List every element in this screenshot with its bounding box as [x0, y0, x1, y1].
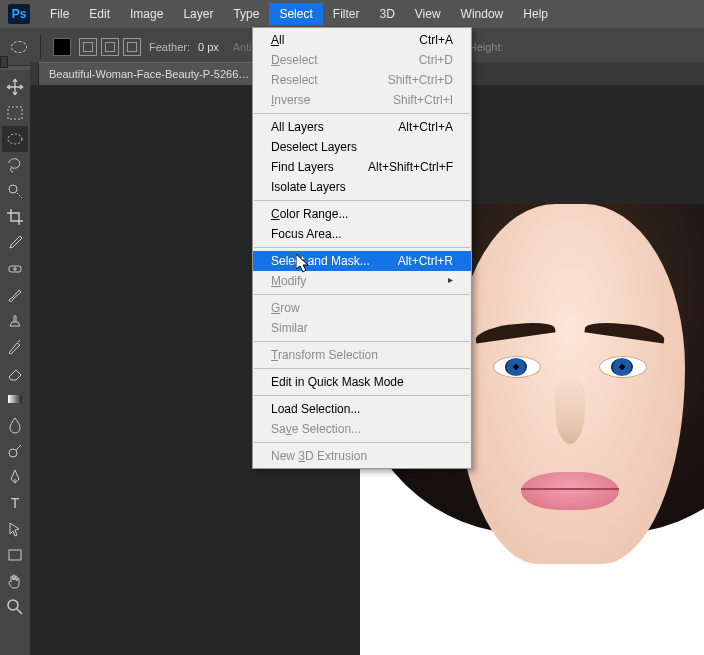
- svg-point-5: [9, 449, 17, 457]
- menu-separator: [254, 294, 470, 295]
- menu-type[interactable]: Type: [223, 3, 269, 25]
- hand-tool[interactable]: [2, 568, 28, 594]
- feather-value[interactable]: 0 px: [198, 41, 219, 53]
- document-tab[interactable]: Beautiful-Woman-Face-Beauty-P-5266…: [38, 62, 260, 85]
- brush-tool[interactable]: [2, 282, 28, 308]
- svg-text:T: T: [11, 495, 20, 511]
- tool-preset-icon[interactable]: [10, 38, 28, 56]
- zoom-tool[interactable]: [2, 594, 28, 620]
- menu-select[interactable]: Select: [269, 3, 322, 25]
- selection-mode-new-icon[interactable]: [53, 38, 71, 56]
- svg-rect-0: [8, 107, 22, 119]
- svg-rect-7: [9, 550, 21, 560]
- height-label: Height:: [469, 41, 504, 53]
- selection-mode-group: [79, 38, 141, 56]
- menu-item-find-layers[interactable]: Find LayersAlt+Shift+Ctrl+F: [253, 157, 471, 177]
- pen-tool[interactable]: [2, 464, 28, 490]
- svg-point-2: [9, 185, 17, 193]
- menu-edit[interactable]: Edit: [79, 3, 120, 25]
- menu-window[interactable]: Window: [451, 3, 514, 25]
- lasso-tool[interactable]: [2, 152, 28, 178]
- menu-item-load-selection[interactable]: Load Selection...: [253, 399, 471, 419]
- quick-select-tool[interactable]: [2, 178, 28, 204]
- menu-item-inverse: InverseShift+Ctrl+I: [253, 90, 471, 110]
- rectangle-tool[interactable]: [2, 542, 28, 568]
- gradient-tool[interactable]: [2, 386, 28, 412]
- menu-file[interactable]: File: [40, 3, 79, 25]
- path-select-tool[interactable]: [2, 516, 28, 542]
- feather-label: Feather:: [149, 41, 190, 53]
- menu-item-modify: Modify▸: [253, 271, 471, 291]
- svg-point-1: [8, 134, 22, 144]
- menu-item-focus-area[interactable]: Focus Area...: [253, 224, 471, 244]
- divider: [40, 35, 41, 59]
- menu-layer[interactable]: Layer: [173, 3, 223, 25]
- app-logo: Ps: [8, 4, 30, 24]
- menu-help[interactable]: Help: [513, 3, 558, 25]
- menu-item-deselect: DeselectCtrl+D: [253, 50, 471, 70]
- rect-marquee-tool[interactable]: [2, 100, 28, 126]
- menu-separator: [254, 395, 470, 396]
- menu-item-grow: Grow: [253, 298, 471, 318]
- menu-separator: [254, 113, 470, 114]
- menubar: Ps FileEditImageLayerTypeSelectFilter3DV…: [0, 0, 704, 28]
- crop-tool[interactable]: [2, 204, 28, 230]
- select-menu-dropdown: AllCtrl+ADeselectCtrl+DReselectShift+Ctr…: [252, 27, 472, 469]
- selection-subtract-icon[interactable]: [101, 38, 119, 56]
- healing-brush-tool[interactable]: [2, 256, 28, 282]
- tools-panel: T: [0, 70, 30, 655]
- menu-item-transform-selection: Transform Selection: [253, 345, 471, 365]
- move-tool[interactable]: [2, 74, 28, 100]
- menu-item-isolate-layers[interactable]: Isolate Layers: [253, 177, 471, 197]
- menu-image[interactable]: Image: [120, 3, 173, 25]
- menu-3d[interactable]: 3D: [369, 3, 404, 25]
- menu-item-all[interactable]: AllCtrl+A: [253, 30, 471, 50]
- type-tool[interactable]: T: [2, 490, 28, 516]
- eraser-tool[interactable]: [2, 360, 28, 386]
- menu-filter[interactable]: Filter: [323, 3, 370, 25]
- menu-item-all-layers[interactable]: All LayersAlt+Ctrl+A: [253, 117, 471, 137]
- menu-view[interactable]: View: [405, 3, 451, 25]
- blur-tool[interactable]: [2, 412, 28, 438]
- expand-handle-icon[interactable]: [0, 56, 8, 68]
- dodge-tool[interactable]: [2, 438, 28, 464]
- menu-item-save-selection: Save Selection...: [253, 419, 471, 439]
- menu-item-deselect-layers[interactable]: Deselect Layers: [253, 137, 471, 157]
- menu-item-select-and-mask[interactable]: Select and Mask...Alt+Ctrl+R: [253, 251, 471, 271]
- menu-separator: [254, 442, 470, 443]
- menu-separator: [254, 200, 470, 201]
- menu-item-color-range[interactable]: Color Range...: [253, 204, 471, 224]
- selection-intersect-icon[interactable]: [123, 38, 141, 56]
- selection-add-icon[interactable]: [79, 38, 97, 56]
- ellipse-marquee-tool[interactable]: [2, 126, 28, 152]
- history-brush-tool[interactable]: [2, 334, 28, 360]
- svg-point-8: [8, 600, 18, 610]
- eyedropper-tool[interactable]: [2, 230, 28, 256]
- menu-separator: [254, 341, 470, 342]
- menu-separator: [254, 368, 470, 369]
- menu-item-new-3d-extrusion: New 3D Extrusion: [253, 446, 471, 466]
- menu-separator: [254, 247, 470, 248]
- clone-stamp-tool[interactable]: [2, 308, 28, 334]
- menu-item-similar: Similar: [253, 318, 471, 338]
- svg-rect-4: [8, 395, 22, 403]
- menu-item-reselect: ReselectShift+Ctrl+D: [253, 70, 471, 90]
- menu-item-edit-in-quick-mask-mode[interactable]: Edit in Quick Mask Mode: [253, 372, 471, 392]
